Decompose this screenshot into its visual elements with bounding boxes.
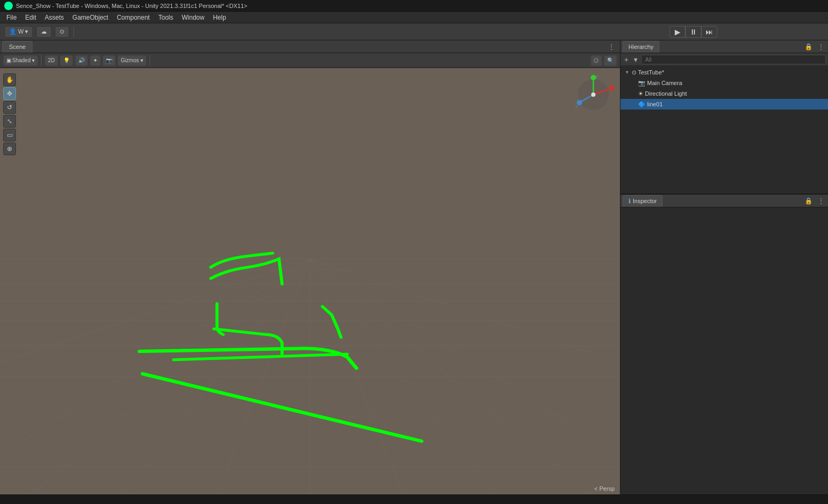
scene-tab[interactable]: Scene — [2, 41, 32, 53]
unity-logo-icon — [4, 2, 13, 10]
inspector-tab-bar: ℹ Inspector 🔒 ⋮ — [620, 195, 828, 207]
main-toolbar: 👤 W ▾ ☁ ⊙ ▶ ⏸ ⏭ — [0, 23, 828, 40]
inspector-tab-label: Inspector — [633, 198, 657, 204]
scene-toolbar-sep1 — [41, 55, 42, 66]
menu-file[interactable]: File — [2, 13, 21, 22]
hierarchy-item-testtube[interactable]: ▼ ⊙ TestTube* — [620, 67, 828, 78]
camera-icon: 📷 — [638, 80, 645, 87]
hierarchy-tab-bar: Hierarchy 🔒 ⋮ — [620, 40, 828, 53]
gizmos-label: Gizmos ▾ — [121, 57, 143, 63]
hierarchy-tab-icons: 🔒 ⋮ — [803, 43, 826, 51]
perspective-label: < Persp — [594, 485, 615, 492]
svg-text:Y: Y — [595, 74, 598, 79]
inspector-lock-icon[interactable]: 🔒 — [803, 197, 814, 205]
account-label: W ▾ — [18, 28, 28, 35]
scene-viewport[interactable]: ✋ ✥ ↺ ⤡ ▭ ⊕ X Y — [0, 68, 620, 494]
collab-button[interactable]: ⊙ — [55, 26, 69, 38]
inspector-info-icon: ℹ — [628, 198, 631, 205]
move-tool[interactable]: ✥ — [3, 87, 16, 100]
svg-point-31 — [591, 93, 595, 97]
hierarchy-item-line01[interactable]: 🔷 line01 — [620, 99, 828, 110]
hand-tool[interactable]: ✋ — [3, 73, 16, 86]
scene-tab-label: Scene — [9, 44, 26, 50]
title-text: Sence_Show - TestTube - Windows, Mac, Li… — [16, 3, 247, 9]
menu-tools[interactable]: Tools — [154, 13, 177, 22]
hierarchy-content: ▼ ⊙ TestTube* 📷 Main Camera ☀ Directiona… — [620, 66, 828, 194]
hierarchy-item-label: Directional Light — [645, 90, 687, 97]
hierarchy-panel: Hierarchy 🔒 ⋮ + ▾ ▼ ⊙ TestTube* — [620, 40, 828, 195]
inspector-content — [620, 207, 828, 494]
right-panels: Hierarchy 🔒 ⋮ + ▾ ▼ ⊙ TestTube* — [620, 40, 828, 494]
inspector-tab-icons: 🔒 ⋮ — [803, 197, 826, 205]
title-bar: Sence_Show - TestTube - Windows, Mac, Li… — [0, 0, 828, 12]
hierarchy-search-input[interactable] — [641, 55, 826, 64]
step-button[interactable]: ⏭ — [701, 26, 717, 38]
hierarchy-item-label: line01 — [647, 101, 663, 107]
main-layout: Scene ⋮ ▣ Shaded ▾ 2D 💡 🔊 ✦ � — [0, 40, 828, 494]
menu-component[interactable]: Component — [112, 13, 154, 22]
scene-toolbar: ▣ Shaded ▾ 2D 💡 🔊 ✦ 📷 Gizmos ▾ — [0, 53, 620, 68]
expand-arrow-icon: ▼ — [625, 70, 630, 75]
toolbar-separator-1 — [73, 27, 74, 37]
scale-tool[interactable]: ⤡ — [3, 115, 16, 128]
svg-text:Z: Z — [575, 104, 578, 109]
menu-help[interactable]: Help — [209, 13, 230, 22]
shading-icon: ▣ — [6, 57, 11, 63]
audio-icon: 🔊 — [78, 57, 85, 63]
gizmos-button[interactable]: Gizmos ▾ — [118, 55, 146, 66]
2d-label: 2D — [48, 57, 55, 63]
effects-icon: ✦ — [93, 57, 97, 63]
menu-window[interactable]: Window — [177, 13, 209, 22]
scene-camera-icon: 📷 — [106, 57, 112, 63]
lighting-icon: 💡 — [63, 57, 70, 63]
tool-icons-panel: ✋ ✥ ↺ ⤡ ▭ ⊕ — [3, 73, 16, 155]
lighting-button[interactable]: 💡 — [60, 55, 73, 66]
scene-toolbar-sep2 — [150, 55, 150, 66]
inspector-panel: ℹ Inspector 🔒 ⋮ — [620, 195, 828, 494]
scene-panel: Scene ⋮ ▣ Shaded ▾ 2D 💡 🔊 ✦ � — [0, 40, 620, 494]
menu-gameobject[interactable]: GameObject — [68, 13, 112, 22]
inspector-tab[interactable]: ℹ Inspector — [623, 195, 663, 207]
light-icon: ☀ — [638, 90, 643, 97]
menu-bar: File Edit Assets GameObject Component To… — [0, 12, 828, 23]
scene-camera-button[interactable]: 📷 — [103, 55, 115, 66]
scene-panel-menu-icon[interactable]: ⋮ — [605, 43, 618, 51]
scene-search-button[interactable]: 🔍 — [604, 55, 617, 66]
scene-gizmo[interactable]: X Y Z — [572, 73, 615, 116]
2d-button[interactable]: 2D — [45, 55, 58, 66]
transform-tool[interactable]: ⊕ — [3, 142, 16, 155]
hierarchy-menu-icon[interactable]: ⋮ — [816, 43, 826, 51]
hierarchy-tab[interactable]: Hierarchy — [623, 41, 659, 53]
hierarchy-item-maincamera[interactable]: 📷 Main Camera — [620, 78, 828, 88]
account-button[interactable]: 👤 W ▾ — [4, 26, 33, 38]
hierarchy-dropdown-button[interactable]: ▾ — [632, 55, 639, 64]
account-icon: 👤 — [9, 28, 16, 35]
object-icon: 🔷 — [638, 101, 645, 108]
rect-tool[interactable]: ▭ — [3, 129, 16, 141]
cloud-button[interactable]: ☁ — [36, 26, 52, 38]
audio-button[interactable]: 🔊 — [75, 55, 88, 66]
render-icon: ⬡ — [594, 57, 599, 63]
menu-edit[interactable]: Edit — [21, 13, 40, 22]
shading-mode-button[interactable]: ▣ Shaded ▾ — [3, 55, 38, 66]
hierarchy-item-label: Main Camera — [647, 80, 682, 86]
hierarchy-item-directional-light[interactable]: ☀ Directional Light — [620, 88, 828, 99]
svg-text:X: X — [610, 82, 614, 87]
render-mode-button[interactable]: ⬡ — [591, 55, 602, 66]
play-controls: ▶ ⏸ ⏭ — [669, 26, 717, 38]
effects-button[interactable]: ✦ — [90, 55, 101, 66]
hierarchy-tab-label: Hierarchy — [628, 44, 653, 50]
hierarchy-lock-icon[interactable]: 🔒 — [803, 43, 814, 51]
inspector-menu-icon[interactable]: ⋮ — [816, 197, 826, 205]
hierarchy-item-label: TestTube* — [638, 69, 664, 75]
grid-canvas — [0, 68, 620, 494]
pause-button[interactable]: ⏸ — [685, 26, 701, 38]
collab-icon: ⊙ — [60, 28, 64, 35]
rotate-tool[interactable]: ↺ — [3, 101, 16, 114]
hierarchy-add-button[interactable]: + — [623, 55, 630, 64]
hierarchy-toolbar: + ▾ — [620, 53, 828, 66]
shading-label: Shaded ▾ — [12, 57, 35, 63]
menu-assets[interactable]: Assets — [40, 13, 68, 22]
play-button[interactable]: ▶ — [669, 26, 685, 38]
scene-tab-bar: Scene ⋮ — [0, 40, 620, 53]
